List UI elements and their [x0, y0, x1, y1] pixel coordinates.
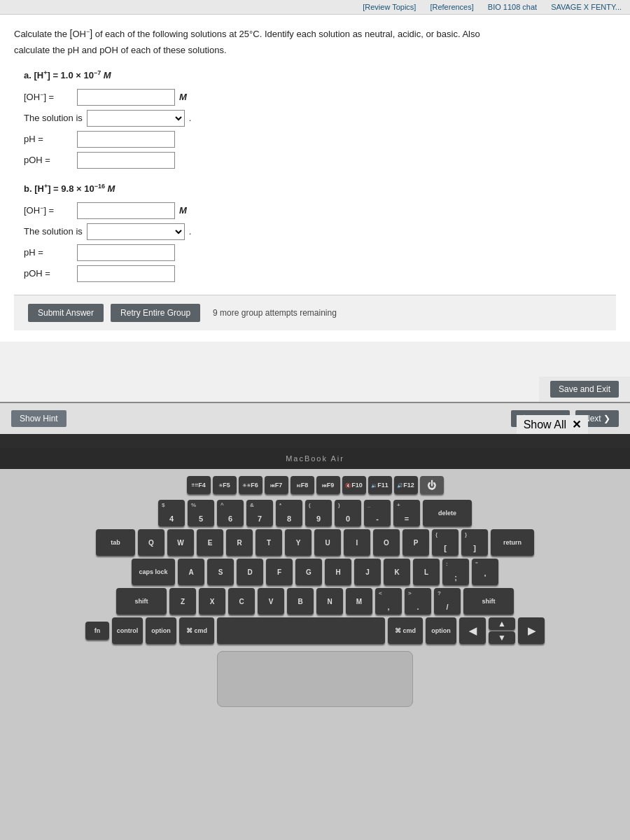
key-g[interactable]: G [295, 559, 322, 585]
part-a-header: a. [H+] = 1.0 × 10−7 M [24, 68, 616, 83]
key-c[interactable]: C [228, 588, 255, 615]
key-fn[interactable]: fn [85, 622, 109, 640]
part-a-label: a. [24, 70, 31, 80]
key-caret-6[interactable]: ^6 [217, 500, 244, 526]
key-s[interactable]: S [207, 559, 234, 585]
key-u[interactable]: U [314, 529, 341, 556]
key-a[interactable]: A [178, 559, 204, 585]
part-a-solution-select[interactable]: neutral acidic basic [87, 110, 185, 127]
key-e[interactable]: E [197, 529, 223, 556]
part-a-given: [H+] = 1.0 × 10−7 M [34, 70, 111, 80]
part-a-ph-label: pH = [24, 132, 73, 147]
part-a-oh-label: [OH−] = [24, 90, 73, 105]
key-x[interactable]: X [199, 588, 225, 615]
key-l[interactable]: L [413, 559, 440, 585]
part-b-solution-select[interactable]: neutral acidic basic [87, 223, 185, 240]
laptop-bezel: MacBook Air [0, 448, 630, 469]
key-f4[interactable]: ⠿⠿ F4 [187, 476, 211, 494]
key-down-arrow[interactable]: ▼ [489, 631, 515, 644]
part-b-oh-unit: M [179, 204, 187, 218]
part-b-oh-input[interactable] [77, 202, 175, 219]
key-f[interactable]: F [266, 559, 293, 585]
part-a-block: a. [H+] = 1.0 × 10−7 M [OH−] = M The sol… [14, 68, 616, 169]
key-v[interactable]: V [258, 588, 284, 615]
key-amp-7[interactable]: &7 [246, 500, 273, 526]
key-equals[interactable]: += [393, 500, 420, 526]
key-f8[interactable]: ⏯ F8 [290, 476, 314, 494]
key-w[interactable]: W [167, 529, 194, 556]
key-rparen-0[interactable]: )0 [335, 500, 361, 526]
key-k[interactable]: K [384, 559, 410, 585]
key-r[interactable]: R [226, 529, 253, 556]
part-b-ph-input[interactable] [77, 244, 175, 261]
key-lbracket[interactable]: {[ [432, 529, 458, 556]
key-caps-lock[interactable]: caps lock [132, 559, 175, 585]
key-lparen-9[interactable]: (9 [305, 500, 332, 526]
key-h[interactable]: H [325, 559, 351, 585]
key-m[interactable]: M [346, 588, 372, 615]
key-semicolon[interactable]: :; [442, 559, 469, 585]
screen: [Review Topics] [References] BIO 1108 ch… [0, 0, 630, 448]
key-comma[interactable]: <, [375, 588, 402, 615]
key-y[interactable]: Y [285, 529, 312, 556]
submit-button[interactable]: Submit Answer [28, 304, 104, 322]
key-b[interactable]: B [287, 588, 314, 615]
key-delete[interactable]: delete [423, 500, 472, 526]
key-q[interactable]: Q [138, 529, 164, 556]
show-all-label: Show All [524, 419, 566, 431]
key-dollar-4[interactable]: $4 [158, 500, 185, 526]
review-topics-link[interactable]: [Review Topics] [363, 3, 416, 11]
key-f9[interactable]: ⏭ F9 [316, 476, 340, 494]
letter-row-4: shift Z X C V B N M <, >. ?/ shift [116, 588, 514, 615]
key-f12[interactable]: 🔊 F12 [394, 476, 418, 494]
key-ctrl[interactable]: control [112, 617, 143, 644]
key-t[interactable]: T [255, 529, 282, 556]
key-quote[interactable]: "' [472, 559, 498, 585]
key-power[interactable]: ⏻ [420, 476, 444, 494]
key-f7[interactable]: ⏮ F7 [265, 476, 288, 494]
part-a-ph-input[interactable] [77, 131, 175, 148]
key-right-arrow[interactable]: ▶ [518, 617, 545, 644]
key-f11[interactable]: 🔉 F11 [368, 476, 392, 494]
key-slash[interactable]: ?/ [434, 588, 461, 615]
show-hint-button[interactable]: Show Hint [11, 410, 66, 427]
retry-button[interactable]: Retry Entire Group [111, 304, 200, 322]
save-exit-button[interactable]: Save and Exit [550, 381, 619, 398]
trackpad[interactable] [217, 651, 413, 707]
key-left-cmd[interactable]: ⌘ cmd [179, 617, 214, 644]
key-minus[interactable]: _- [364, 500, 391, 526]
key-up-arrow[interactable]: ▲ [489, 617, 515, 630]
key-right-cmd[interactable]: ⌘ cmd [388, 617, 423, 644]
part-b-poh-label: pOH = [24, 267, 73, 281]
part-a-oh-input[interactable] [77, 89, 175, 106]
key-f5[interactable]: ☀ F5 [213, 476, 237, 494]
references-link[interactable]: [References] [430, 3, 473, 11]
key-right-shift[interactable]: shift [463, 588, 514, 615]
key-left-shift[interactable]: shift [116, 588, 167, 615]
part-b-block: b. [H+] = 9.8 × 10−16 M [OH−] = M The so… [14, 181, 616, 282]
key-z[interactable]: Z [169, 588, 196, 615]
part-b-ph-label: pH = [24, 246, 73, 260]
key-i[interactable]: I [344, 529, 370, 556]
brand-label: SAVAGE X FENTY... [551, 3, 622, 11]
key-left-arrow[interactable]: ◀ [459, 617, 486, 644]
key-left-option[interactable]: option [146, 617, 176, 644]
key-star-8[interactable]: *8 [276, 500, 302, 526]
key-rbracket[interactable]: }] [461, 529, 488, 556]
key-right-option[interactable]: option [426, 617, 456, 644]
key-p[interactable]: P [402, 529, 429, 556]
key-n[interactable]: N [316, 588, 343, 615]
part-a-poh-input[interactable] [77, 152, 175, 169]
key-d[interactable]: D [237, 559, 263, 585]
key-return[interactable]: return [491, 529, 534, 556]
close-icon[interactable]: ✕ [572, 418, 581, 431]
key-f10[interactable]: 🔇 F10 [342, 476, 366, 494]
key-f6[interactable]: ☀☀ F6 [239, 476, 262, 494]
key-j[interactable]: J [354, 559, 381, 585]
part-b-poh-input[interactable] [77, 265, 175, 282]
key-tab[interactable]: tab [96, 529, 135, 556]
key-percent-5[interactable]: %5 [188, 500, 214, 526]
key-space[interactable] [217, 617, 385, 644]
key-o[interactable]: O [373, 529, 400, 556]
key-period[interactable]: >. [405, 588, 431, 615]
